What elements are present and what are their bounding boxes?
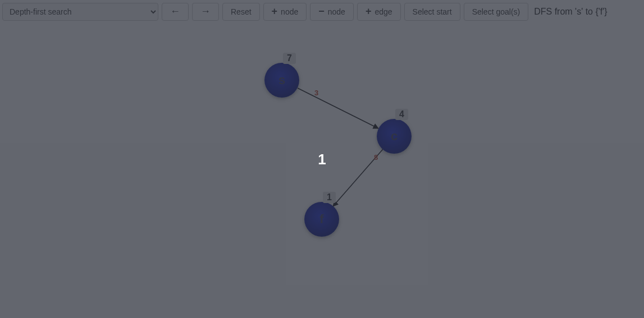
- edge-weight-s-c: 3: [314, 89, 318, 97]
- node-c[interactable]: 4 c: [377, 119, 412, 154]
- add-node-label: node: [281, 7, 298, 16]
- select-goal-button[interactable]: Select goal(s): [464, 3, 529, 21]
- node-s[interactable]: 7 s: [264, 63, 299, 98]
- select-start-button[interactable]: Select start: [404, 3, 460, 21]
- toolbar: Depth-first search ← → Reset +node −node…: [0, 0, 644, 21]
- step-back-button[interactable]: ←: [162, 3, 189, 21]
- plus-icon: +: [366, 6, 372, 16]
- edge-s-c[interactable]: [298, 88, 378, 128]
- node-f-heuristic: 1: [323, 192, 336, 203]
- add-node-button[interactable]: +node: [263, 3, 307, 21]
- node-f[interactable]: 1 f: [304, 202, 339, 237]
- node-s-heuristic: 7: [283, 53, 296, 64]
- overlay-step-counter: 1: [318, 150, 326, 168]
- status-text: DFS from 's' to {'f'}: [534, 7, 607, 17]
- select-start-label: Select start: [413, 7, 452, 16]
- algorithm-select[interactable]: Depth-first search: [2, 3, 158, 21]
- edge-weight-c-f: 8: [374, 153, 378, 162]
- remove-node-button[interactable]: −node: [310, 3, 354, 21]
- minus-icon: −: [318, 6, 325, 16]
- remove-node-label: node: [328, 7, 345, 16]
- node-c-label: c: [391, 129, 398, 144]
- plus-icon: +: [272, 6, 278, 16]
- node-c-heuristic: 4: [395, 109, 408, 120]
- select-goal-label: Select goal(s): [472, 7, 520, 16]
- arrow-right-icon: →: [200, 6, 211, 16]
- node-s-label: s: [278, 73, 285, 87]
- reset-label: Reset: [231, 7, 252, 16]
- add-edge-label: edge: [374, 7, 392, 16]
- add-edge-button[interactable]: +edge: [357, 3, 401, 21]
- reset-button[interactable]: Reset: [222, 3, 260, 21]
- node-f-label: f: [319, 212, 323, 227]
- step-forward-button[interactable]: →: [192, 3, 219, 21]
- arrow-left-icon: ←: [170, 6, 180, 16]
